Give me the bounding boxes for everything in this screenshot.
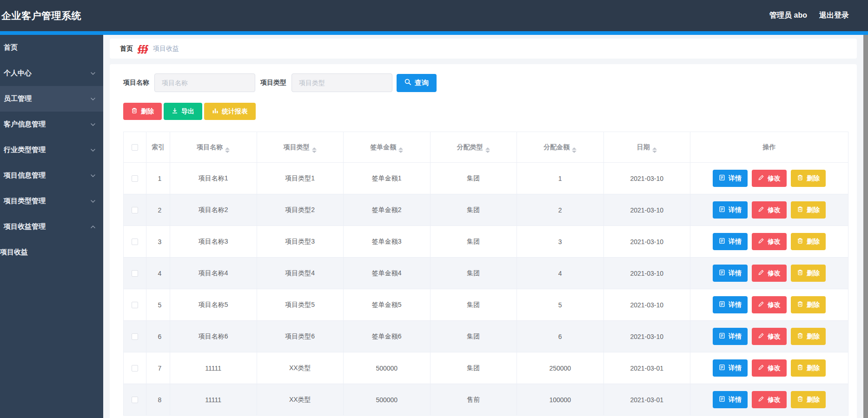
cell-1: 项目名称1: [170, 163, 257, 194]
chevron-down-icon: [90, 173, 96, 179]
detail-button[interactable]: 详情: [713, 170, 748, 187]
select-all-checkbox[interactable]: [132, 144, 138, 151]
cell-2: 项目类型6: [257, 321, 344, 352]
detail-button[interactable]: 详情: [713, 328, 748, 345]
edit-button[interactable]: 修改: [752, 233, 787, 250]
row-delete-button[interactable]: 删除: [791, 265, 826, 282]
edit-button[interactable]: 修改: [752, 170, 787, 187]
current-user-label[interactable]: 管理员 abo: [769, 11, 807, 20]
breadcrumb-separator-icon: ∰: [137, 44, 149, 53]
sidebar-item-3[interactable]: 客户信息管理: [0, 112, 103, 137]
sort-icon[interactable]: [398, 147, 403, 153]
pencil-icon: [758, 396, 764, 404]
row-delete-button-label: 删除: [807, 206, 820, 214]
cell-5: 2: [517, 194, 604, 226]
scrollbar-thumb[interactable]: [863, 35, 868, 418]
report-button[interactable]: 统计报表: [204, 103, 256, 120]
sort-icon[interactable]: [312, 147, 317, 153]
document-icon: [719, 174, 725, 182]
row-delete-button-label: 删除: [807, 332, 820, 341]
navbar-right: 管理员 abo 退出登录: [769, 11, 868, 20]
column-header-2[interactable]: 项目名称: [170, 132, 257, 163]
row-actions-cell: 详情修改删除: [690, 289, 848, 321]
cell-4: 集团: [430, 352, 517, 384]
row-checkbox[interactable]: [132, 302, 138, 308]
project-name-label: 项目名称: [123, 79, 149, 87]
edit-button[interactable]: 修改: [752, 201, 787, 219]
logout-link[interactable]: 退出登录: [819, 11, 849, 20]
cell-5: 100000: [517, 384, 604, 416]
edit-button[interactable]: 修改: [752, 359, 787, 377]
project-name-input[interactable]: [154, 73, 255, 92]
edit-button[interactable]: 修改: [752, 265, 787, 282]
row-delete-button[interactable]: 删除: [791, 233, 826, 250]
row-checkbox[interactable]: [132, 239, 138, 245]
row-checkbox[interactable]: [132, 175, 138, 182]
trash-icon: [797, 364, 803, 372]
column-header-4[interactable]: 签单金额: [344, 132, 431, 163]
sidebar-item-label: 个人中心: [4, 69, 32, 78]
row-delete-button[interactable]: 删除: [791, 359, 826, 377]
sort-icon[interactable]: [652, 147, 657, 153]
table-row: 2项目名称2项目类型2签单金额2集团22021-03-10详情修改删除: [124, 194, 848, 226]
detail-button[interactable]: 详情: [713, 265, 748, 282]
detail-button[interactable]: 详情: [713, 233, 748, 250]
row-checkbox[interactable]: [132, 333, 138, 340]
detail-button[interactable]: 详情: [713, 391, 748, 408]
row-delete-button[interactable]: 删除: [791, 170, 826, 187]
breadcrumb: 首页 ∰ 项目收益: [110, 39, 857, 59]
column-header-3[interactable]: 项目类型: [257, 132, 344, 163]
cell-5: 6: [517, 321, 604, 352]
cell-5: 5: [517, 289, 604, 321]
edit-button-label: 修改: [768, 396, 781, 404]
row-checkbox[interactable]: [132, 270, 138, 277]
detail-button[interactable]: 详情: [713, 359, 748, 377]
sidebar-item-6[interactable]: 项目类型管理: [0, 188, 103, 214]
chevron-up-icon: [90, 224, 96, 230]
column-header-7[interactable]: 日期: [603, 132, 690, 163]
edit-button[interactable]: 修改: [752, 296, 787, 313]
sort-icon[interactable]: [225, 147, 230, 153]
detail-button[interactable]: 详情: [713, 296, 748, 313]
sidebar-item-8[interactable]: 项目收益: [0, 239, 103, 265]
query-button[interactable]: 查询: [397, 74, 437, 92]
column-header-8: 操作: [690, 132, 848, 163]
row-delete-button[interactable]: 删除: [791, 391, 826, 408]
delete-button[interactable]: 删除: [123, 103, 162, 120]
chevron-down-icon: [90, 147, 96, 153]
row-checkbox[interactable]: [132, 397, 138, 403]
row-delete-button[interactable]: 删除: [791, 201, 826, 219]
export-button[interactable]: 导出: [164, 103, 202, 120]
row-checkbox[interactable]: [132, 365, 138, 372]
sidebar-item-0[interactable]: 首页: [0, 35, 103, 60]
edit-button[interactable]: 修改: [752, 391, 787, 408]
sidebar-item-7[interactable]: 项目收益管理: [0, 214, 103, 239]
detail-button[interactable]: 详情: [713, 201, 748, 219]
cell-3: 签单金额1: [344, 163, 431, 194]
row-actions-cell: 详情修改删除: [690, 321, 848, 352]
sort-icon[interactable]: [572, 147, 576, 153]
chevron-down-icon: [90, 122, 96, 127]
sidebar-item-4[interactable]: 行业类型管理: [0, 137, 103, 163]
edit-button[interactable]: 修改: [752, 328, 787, 345]
page-scrollbar[interactable]: [863, 35, 868, 418]
row-checkbox[interactable]: [132, 207, 138, 213]
table-row: 4项目名称4项目类型4签单金额4集团42021-03-10详情修改删除: [124, 258, 848, 289]
search-form: 项目名称 项目类型 查询: [123, 73, 848, 92]
sort-icon[interactable]: [485, 147, 490, 153]
sidebar-item-2[interactable]: 员工管理: [0, 86, 103, 112]
row-delete-button[interactable]: 删除: [791, 328, 826, 345]
column-header-5[interactable]: 分配类型: [430, 132, 517, 163]
main-content: 首页 ∰ 项目收益 项目名称 项目类型 查询 删除: [103, 35, 861, 418]
sidebar-item-5[interactable]: 项目信息管理: [0, 163, 103, 188]
edit-button-label: 修改: [768, 174, 781, 183]
project-type-input[interactable]: [292, 73, 392, 92]
project-type-label: 项目类型: [260, 79, 286, 87]
breadcrumb-home-link[interactable]: 首页: [120, 45, 133, 53]
sidebar-item-1[interactable]: 个人中心: [0, 60, 103, 86]
column-header-6[interactable]: 分配金额: [517, 132, 604, 163]
trash-icon: [131, 107, 138, 115]
edit-button-label: 修改: [768, 238, 781, 246]
row-delete-button[interactable]: 删除: [791, 296, 826, 313]
export-button-label: 导出: [181, 107, 194, 116]
